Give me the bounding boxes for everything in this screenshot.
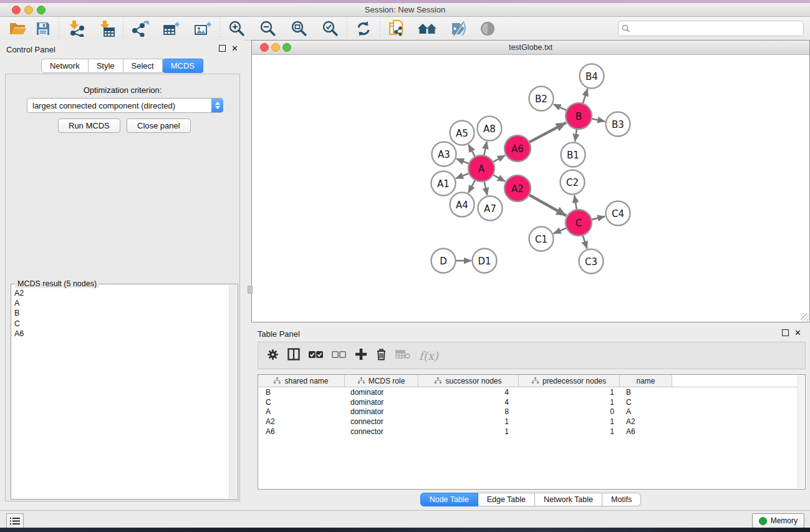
task-history-button[interactable] xyxy=(6,513,24,528)
delete-column-icon[interactable] xyxy=(376,348,387,363)
close-table-panel-icon[interactable]: ✕ xyxy=(794,329,801,336)
search-field[interactable] xyxy=(618,21,804,36)
graph-node-A7[interactable]: A7 xyxy=(478,196,503,221)
column-view-icon[interactable] xyxy=(287,348,300,363)
graph-edge-B-B3[interactable] xyxy=(592,118,605,121)
table-row[interactable]: Adominator80A xyxy=(258,407,798,417)
graph-edge-A-A1[interactable] xyxy=(456,173,469,178)
mcds-result-item[interactable]: B xyxy=(12,308,229,318)
cell-name[interactable]: B xyxy=(620,388,672,397)
cell-successor-nodes[interactable]: 1 xyxy=(418,427,519,436)
close-panel-icon[interactable]: ✕ xyxy=(231,45,238,52)
cell-successor-nodes[interactable]: 4 xyxy=(418,398,519,407)
cell-shared-name[interactable]: A6 xyxy=(258,427,345,436)
add-column-icon[interactable] xyxy=(355,348,367,363)
import-network-from-file-icon[interactable] xyxy=(63,19,89,39)
graph-edge-B-B4[interactable] xyxy=(583,89,588,104)
export-image-icon[interactable] xyxy=(190,19,216,39)
tab-motifs[interactable]: Motifs xyxy=(602,493,641,506)
delete-table-icon[interactable] xyxy=(395,349,410,362)
apply-function-icon[interactable]: f(x) xyxy=(419,349,438,362)
open-session-icon[interactable] xyxy=(5,19,31,39)
graph-edge-A2-C[interactable] xyxy=(529,195,566,215)
graph-node-C1[interactable]: C1 xyxy=(529,227,554,251)
network-canvas[interactable]: B4B2BB3A8A5A6A3B1AC2A1A2A4A7C4CC1C3DD1 xyxy=(252,55,809,322)
graph-node-A2[interactable]: A2 xyxy=(504,175,531,201)
toggle-graphics-details-icon[interactable] xyxy=(475,19,500,39)
graph-node-C3[interactable]: C3 xyxy=(579,249,604,274)
new-network-from-file-icon[interactable] xyxy=(384,19,410,39)
tab-edge-table[interactable]: Edge Table xyxy=(478,493,535,506)
cell-name[interactable]: A2 xyxy=(620,417,672,426)
cell-name[interactable]: C xyxy=(620,398,672,407)
column-header-successor-nodes[interactable]: successor nodes xyxy=(418,375,519,387)
cell-predecessor-nodes[interactable]: 1 xyxy=(519,427,620,436)
graph-edge-A-A4[interactable] xyxy=(468,180,475,193)
mcds-result-item[interactable]: C xyxy=(12,319,229,329)
table-row[interactable]: Cdominator41C xyxy=(258,397,798,407)
deselect-all-checkboxes-icon[interactable] xyxy=(332,350,346,361)
column-header-name[interactable]: name xyxy=(620,375,672,387)
cell-name[interactable]: A6 xyxy=(620,427,672,436)
table-settings-icon[interactable] xyxy=(267,349,279,363)
cell-shared-name[interactable]: A xyxy=(258,407,345,416)
tab-select[interactable]: Select xyxy=(123,59,163,73)
graph-node-A4[interactable]: A4 xyxy=(450,193,475,217)
memory-button[interactable]: Memory xyxy=(752,513,804,528)
graph-node-A8[interactable]: A8 xyxy=(478,117,502,141)
graph-node-A[interactable]: A xyxy=(468,155,494,181)
graph-edge-B-B2[interactable] xyxy=(553,104,566,110)
tab-network-table[interactable]: Network Table xyxy=(535,493,602,506)
cell-mcds-role[interactable]: dominator xyxy=(345,398,418,407)
graph-edge-A-A7[interactable] xyxy=(484,181,487,195)
window-resize-grip[interactable] xyxy=(801,313,809,321)
cell-mcds-role[interactable]: dominator xyxy=(345,407,418,416)
cell-successor-nodes[interactable]: 4 xyxy=(418,388,519,397)
graph-edge-B-B1[interactable] xyxy=(575,129,577,142)
search-input[interactable] xyxy=(630,22,803,34)
cell-shared-name[interactable]: A2 xyxy=(258,417,345,426)
save-session-icon[interactable] xyxy=(31,19,55,39)
table-row[interactable]: A6connector11A6 xyxy=(258,427,798,437)
cell-shared-name[interactable]: C xyxy=(258,398,345,407)
graph-node-D[interactable]: D xyxy=(432,249,456,273)
cell-predecessor-nodes[interactable]: 1 xyxy=(519,388,620,397)
optimization-criterion-select[interactable]: largest connected component (directed) xyxy=(27,98,223,113)
graph-node-C[interactable]: C xyxy=(566,210,592,236)
toggle-labels-icon[interactable] xyxy=(445,19,471,39)
zoom-selected-icon[interactable] xyxy=(317,19,343,39)
graph-edge-A-A2[interactable] xyxy=(493,175,504,181)
graph-edge-C-C3[interactable] xyxy=(582,235,587,249)
graph-node-A3[interactable]: A3 xyxy=(432,142,456,167)
mcds-result-item[interactable]: A6 xyxy=(12,329,229,339)
refresh-view-icon[interactable] xyxy=(351,19,376,39)
cell-mcds-role[interactable]: dominator xyxy=(345,388,418,397)
cell-successor-nodes[interactable]: 8 xyxy=(418,407,519,416)
table-row[interactable]: A2connector11A2 xyxy=(258,417,798,427)
graph-node-C4[interactable]: C4 xyxy=(606,201,630,226)
mcds-result-item[interactable]: A xyxy=(12,298,229,308)
import-table-from-file-icon[interactable] xyxy=(94,19,119,39)
graph-node-B3[interactable]: B3 xyxy=(606,112,630,137)
zoom-out-icon[interactable] xyxy=(255,19,281,39)
graph-edge-A-A6[interactable] xyxy=(493,155,504,162)
network-vertical-scrollbar[interactable] xyxy=(248,286,253,294)
float-table-panel-icon[interactable] xyxy=(782,329,789,336)
graph-node-B1[interactable]: B1 xyxy=(561,143,586,167)
cell-predecessor-nodes[interactable]: 1 xyxy=(519,417,620,426)
export-table-icon[interactable] xyxy=(158,19,185,39)
graph-node-A1[interactable]: A1 xyxy=(432,172,456,196)
graph-node-B4[interactable]: B4 xyxy=(580,64,604,89)
graph-node-B2[interactable]: B2 xyxy=(529,87,554,111)
graph-edge-C-C4[interactable] xyxy=(591,216,605,220)
cell-predecessor-nodes[interactable]: 0 xyxy=(519,407,620,416)
select-all-checkboxes-icon[interactable] xyxy=(309,350,323,361)
zoom-in-icon[interactable] xyxy=(224,19,249,39)
tab-style[interactable]: Style xyxy=(89,59,123,73)
float-panel-icon[interactable] xyxy=(219,45,226,52)
graph-edge-A6-B[interactable] xyxy=(529,123,566,142)
graph-edge-A-A8[interactable] xyxy=(484,142,487,155)
result-scrollbar[interactable] xyxy=(229,285,237,498)
cell-successor-nodes[interactable]: 1 xyxy=(418,417,519,426)
table-row[interactable]: Bdominator41B xyxy=(258,387,798,397)
